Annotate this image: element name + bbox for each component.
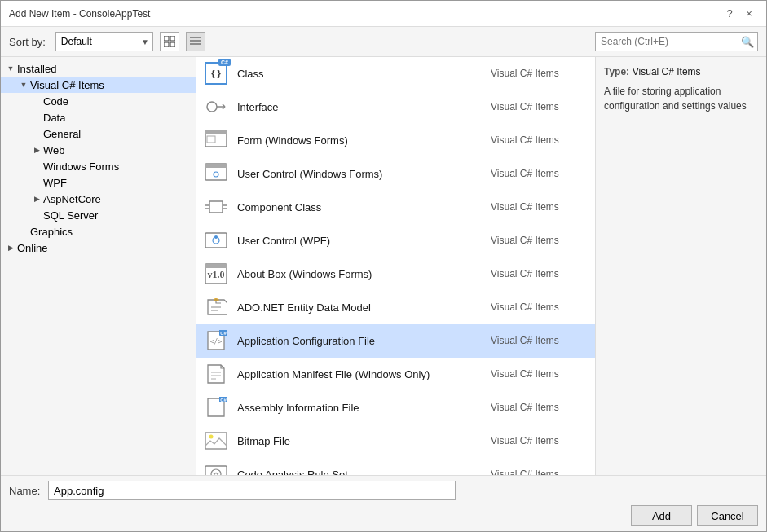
item-name-form: Form (Windows Forms) [237, 134, 491, 147]
add-new-item-dialog: Add New Item - ConsoleAppTest ? × Sort b… [0, 0, 767, 532]
list-item[interactable]: ⚖ Code Analysis Rule Set Visual C# Items [196, 458, 595, 475]
sidebar-item-sql-server[interactable]: ▶ SQL Server [1, 207, 196, 223]
item-name-component: Component Class [237, 201, 491, 213]
item-category-bitmap: Visual C# Items [491, 435, 588, 446]
title-controls: ? × [721, 5, 758, 23]
list-item[interactable]: User Control (Windows Forms) Visual C# I… [196, 157, 595, 191]
svg-rect-2 [164, 42, 169, 47]
app-config-icon: </> C# [205, 330, 227, 351]
list-view-button[interactable] [186, 32, 205, 51]
svg-text:</>: </> [210, 338, 223, 345]
item-name-about-box: About Box (Windows Forms) [237, 268, 491, 280]
svg-rect-3 [170, 42, 175, 47]
sort-select-wrapper: Default Name Type ▼ [55, 32, 153, 51]
search-icon[interactable]: 🔍 [738, 32, 757, 51]
item-category-user-control-wf: Visual C# Items [491, 168, 588, 179]
main-content: ▼ Installed ▼ Visual C# Items ▶ Code ▶ D… [1, 57, 766, 475]
toolbar: Sort by: Default Name Type ▼ [1, 27, 766, 57]
expand-arrow-visual-cs: ▼ [17, 78, 30, 91]
sort-select[interactable]: Default Name Type [55, 32, 153, 51]
manifest-icon [205, 363, 227, 385]
info-panel: Type: Visual C# Items A file for storing… [595, 57, 766, 475]
svg-point-16 [214, 172, 218, 177]
button-row: Add Cancel [9, 505, 758, 526]
list-item[interactable]: Application Manifest File (Windows Only)… [196, 358, 595, 391]
sidebar-label-installed: Installed [17, 63, 56, 75]
item-category-manifest: Visual C# Items [491, 368, 588, 380]
close-button[interactable]: × [740, 5, 758, 23]
sidebar-item-data[interactable]: ▶ Data [1, 109, 196, 125]
list-item[interactable]: User Control (WPF) Visual C# Items [196, 224, 595, 257]
svg-text:v1.0: v1.0 [208, 269, 225, 280]
sidebar-label-general: General [43, 128, 81, 140]
sidebar-item-windows-forms[interactable]: ▶ Windows Forms [1, 158, 196, 174]
item-category-about-box: Visual C# Items [491, 268, 588, 279]
sidebar-label-data: Data [43, 112, 65, 124]
search-box: 🔍 [595, 32, 758, 51]
info-type-value: Visual C# Items [633, 66, 701, 77]
form-icon [205, 130, 227, 151]
item-icon-about-box: v1.0 [203, 261, 229, 287]
list-item[interactable]: v1.0 About Box (Windows Forms) Visual C#… [196, 257, 595, 291]
svg-text:C#: C# [220, 331, 227, 336]
name-input[interactable] [48, 481, 456, 500]
sidebar-label-wpf: WPF [43, 177, 67, 189]
list-item[interactable]: Component Class Visual C# Items [196, 191, 595, 224]
bitmap-icon [205, 430, 227, 451]
svg-point-7 [207, 102, 217, 112]
help-button[interactable]: ? [721, 5, 738, 23]
item-name-bitmap: Bitmap File [237, 435, 491, 447]
item-category-user-control-wpf: Visual C# Items [491, 235, 588, 246]
item-icon-app-config: </> C# [203, 328, 229, 354]
item-name-code-analysis: Code Analysis Rule Set [237, 468, 491, 476]
sidebar-item-aspnetcore[interactable]: ▶ AspNetCore [1, 191, 196, 207]
name-label: Name: [9, 485, 42, 497]
search-input[interactable] [596, 36, 738, 47]
title-bar: Add New Item - ConsoleAppTest ? × [1, 1, 766, 27]
cancel-button[interactable]: Cancel [697, 505, 758, 526]
sidebar-item-online[interactable]: ▶ Online [1, 240, 196, 256]
ado-icon [205, 297, 227, 318]
list-item[interactable]: Interface Visual C# Items [196, 90, 595, 124]
sidebar-item-graphics[interactable]: ▶ Graphics [1, 223, 196, 240]
sidebar-item-code[interactable]: ▶ Code [1, 93, 196, 109]
item-category-class: Visual C# Items [491, 68, 588, 79]
svg-rect-26 [205, 264, 227, 268]
info-description: A file for storing application configura… [604, 84, 758, 113]
user-control-wpf-icon [205, 230, 227, 251]
item-category-assembly: Visual C# Items [491, 402, 588, 413]
item-name-user-control-wf: User Control (Windows Forms) [237, 168, 491, 180]
svg-rect-12 [205, 130, 227, 134]
item-icon-class: C# { } [203, 60, 229, 86]
item-category-component: Visual C# Items [491, 201, 588, 213]
bottom-bar: Name: Add Cancel [1, 475, 766, 531]
item-category-code-analysis: Visual C# Items [491, 468, 588, 475]
assembly-icon: C# [205, 397, 227, 418]
item-list: C# { } Class Visual C# Items I [196, 57, 595, 475]
svg-rect-13 [207, 136, 215, 143]
add-button[interactable]: Add [631, 505, 692, 526]
sidebar-item-web[interactable]: ▶ Web [1, 142, 196, 158]
item-name-interface: Interface [237, 101, 491, 113]
expand-arrow-aspnetcore: ▶ [30, 192, 43, 205]
svg-rect-1 [170, 36, 175, 41]
sidebar-item-visual-cs-items[interactable]: ▼ Visual C# Items [1, 77, 196, 93]
list-item-app-config[interactable]: </> C# Application Configuration File Vi… [196, 324, 595, 358]
svg-rect-0 [164, 36, 169, 41]
item-name-class: Class [237, 68, 491, 80]
list-item[interactable]: Form (Windows Forms) Visual C# Items [196, 124, 595, 157]
grid-icon [164, 36, 175, 47]
list-item[interactable]: ADO.NET Entity Data Model Visual C# Item… [196, 291, 595, 324]
svg-point-39 [209, 435, 214, 439]
sidebar-item-wpf[interactable]: ▶ WPF [1, 174, 196, 191]
sidebar-label-winforms: Windows Forms [43, 160, 119, 173]
sidebar-item-installed[interactable]: ▼ Installed [1, 60, 196, 77]
sidebar-item-general[interactable]: ▶ General [1, 125, 196, 142]
code-analysis-icon: ⚖ [205, 464, 227, 475]
grid-view-button[interactable] [160, 32, 179, 51]
sidebar-label-visual-cs: Visual C# Items [30, 79, 104, 91]
list-item[interactable]: Bitmap File Visual C# Items [196, 424, 595, 458]
list-item[interactable]: C# Assembly Information File Visual C# I… [196, 391, 595, 424]
list-item[interactable]: C# { } Class Visual C# Items [196, 57, 595, 90]
sort-label: Sort by: [9, 36, 46, 48]
